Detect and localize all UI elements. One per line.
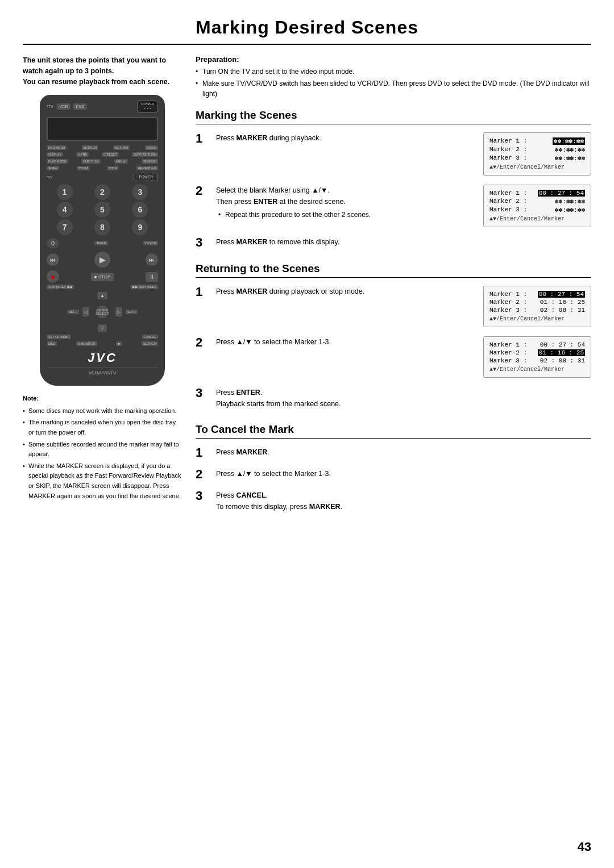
num-9-btn[interactable]: 9: [132, 219, 148, 235]
display-btn[interactable]: DISPLAY: [47, 152, 63, 157]
num-0-btn[interactable]: 0: [47, 238, 59, 248]
r2-m3-value: 02 : 08 : 31: [540, 357, 585, 364]
marking-step-2: 2 Select the blank Marker using ▲/▼. The…: [196, 185, 591, 227]
note-item-1: Some discs may not work with the marking…: [23, 406, 182, 416]
m1-label: Marker 1 :: [489, 137, 527, 145]
c-step-num-2: 2: [196, 468, 207, 481]
r-step-1-content: Press MARKER during playback or stop mod…: [216, 286, 474, 297]
num-3-btn[interactable]: 3: [132, 184, 148, 200]
osd-btn[interactable]: OSD: [47, 341, 57, 346]
r1-m1-label: Marker 1 :: [489, 291, 527, 298]
r1-m3-value: 02 : 08 : 31: [540, 307, 585, 314]
return-btn[interactable]: RETURN: [113, 145, 130, 150]
skip-index-left[interactable]: SKIP INDEX ◀◀: [47, 285, 74, 289]
setup-menu-btn[interactable]: SET UP MENU: [47, 335, 71, 339]
tv-label-2: *TV: [47, 176, 52, 179]
btn-row-2: DISPLAY A.TRK C.RESET ZERO-RETURN: [47, 152, 158, 157]
sp-ep-btn[interactable]: SP/EP: [47, 166, 59, 170]
r1-m3-label: Marker 3 :: [489, 307, 527, 314]
rew-btn[interactable]: ⏮: [47, 253, 59, 266]
step-num-2: 2: [196, 185, 207, 197]
r1-m2-value: 01 : 16 : 25: [540, 299, 585, 306]
set-minus-btn[interactable]: SET –: [67, 310, 79, 314]
s2-m2-label: Marker 2 :: [489, 198, 527, 205]
tv-vcr-btn[interactable]: TV/VCR: [143, 241, 158, 245]
jvc-logo: JVC: [47, 350, 158, 365]
r1-marker-line-2: Marker 2 : 01 : 16 : 25: [489, 299, 585, 306]
num-5-btn[interactable]: 5 °: [94, 202, 110, 218]
search-btn[interactable]: SEARCH: [142, 159, 158, 164]
intro-line1: The unit stores the points that you want…: [23, 56, 166, 75]
stop-btn[interactable]: ■ STOP: [91, 273, 114, 281]
num-2-btn[interactable]: 2: [94, 184, 110, 200]
r-step-num-2: 2: [196, 336, 207, 349]
marker-line-1: Marker 1 : ✽✽:✽✽:✽✽: [489, 137, 585, 145]
set-plus-btn[interactable]: SET +: [126, 310, 138, 314]
btn-row-1: DVD MENU MARKER RETURN AUDIO: [47, 145, 158, 150]
skip-index-right[interactable]: ▶▶ SKIP INDEX: [131, 285, 158, 289]
zoom-btn[interactable]: ZOOM: [77, 166, 90, 170]
remote-screen: [47, 117, 158, 141]
tv-power-btn[interactable]: POWER: [134, 173, 158, 181]
play-mode-btn[interactable]: PLAY MODE: [47, 159, 68, 164]
dvd-menu-btn[interactable]: DVD MENU: [47, 145, 67, 150]
pause-btn[interactable]: ⏸: [146, 272, 158, 282]
m2-value: ✽✽:✽✽:✽✽: [555, 146, 585, 153]
cancel-btn[interactable]: CANCEL: [142, 335, 158, 339]
returning-title: Returning to the Scenes: [196, 262, 591, 278]
note-item-3: Some subtitles recorded around the marke…: [23, 440, 182, 460]
dvd-switch[interactable]: DVD: [73, 103, 87, 110]
m2-label: Marker 2 :: [489, 146, 527, 153]
title-btn[interactable]: TITLE: [107, 166, 119, 170]
prep-item-1: Turn ON the TV and set it to the video i…: [196, 66, 591, 77]
btn-row-4: SP/EP ZOOM TITLE REPEAT A-B: [47, 166, 158, 170]
dpad-left[interactable]: ◁: [82, 307, 89, 317]
play-btn[interactable]: ▶: [94, 252, 110, 268]
right-column: Preparation: Turn ON the TV and set it t…: [196, 55, 591, 521]
num-8-btn[interactable]: 8: [94, 219, 110, 235]
search-fwd-btn[interactable]: SEARCH: [142, 341, 158, 346]
a-monitor-btn[interactable]: A.MONITOR: [76, 341, 97, 346]
bottom-row-nums: 0 TIMER TV/VCR: [47, 238, 158, 248]
intro-text: The unit stores the points that you want…: [23, 55, 182, 87]
dpad-down[interactable]: ▽: [98, 324, 107, 332]
a-trk-btn[interactable]: A.TRK: [76, 152, 89, 157]
c-step-3-bold-marker: MARKER: [309, 503, 341, 511]
cancel-title: To Cancel the Mark: [196, 423, 591, 439]
num-4-btn[interactable]: 4: [57, 202, 73, 218]
subtitle-btn[interactable]: SUB TITLE: [81, 159, 101, 164]
num-6-btn[interactable]: 6: [132, 202, 148, 218]
dpad-area: SET – ▲ ▽ ◁ ▷ ENTER SELECT SET +: [47, 292, 158, 332]
marking-section: Marking the Scenes 1 Press MARKER during…: [196, 109, 591, 249]
angle-btn[interactable]: ANGLE: [114, 159, 128, 164]
note-item-2: The marking is canceled when you open th…: [23, 418, 182, 437]
play-fwd-btn[interactable]: ▶: [116, 341, 122, 346]
prep-title: Preparation:: [196, 55, 591, 64]
r2-m2-label: Marker 2 :: [489, 349, 527, 356]
rec-btn[interactable]: ●: [47, 270, 59, 283]
s2-m1-value: 00 : 27 : 54: [538, 190, 585, 197]
zero-return-btn[interactable]: ZERO-RETURN: [132, 152, 158, 157]
cancel-step-3: 3 Press CANCEL. To remove this display, …: [196, 490, 591, 512]
transport-row: ⏮ ▶ ⏭: [47, 252, 158, 268]
vcr-switch[interactable]: VCR: [57, 103, 71, 110]
step-num-3: 3: [196, 236, 207, 249]
m3-label: Marker 3 :: [489, 155, 527, 162]
r-step-1-screen: Marker 1 : 00 : 27 : 54 Marker 2 : 01 : …: [483, 286, 591, 327]
dpad-up[interactable]: ▲: [97, 292, 107, 299]
num-1-btn[interactable]: 1: [57, 184, 73, 200]
main-layout: The unit stores the points that you want…: [23, 55, 591, 521]
audio-btn[interactable]: AUDIO: [145, 145, 158, 150]
repeat-btn[interactable]: REPEAT A-B: [136, 166, 158, 170]
r2-m2-value: 01 : 16 : 25: [538, 349, 585, 356]
num-7-btn[interactable]: 7: [57, 219, 73, 235]
ff-btn[interactable]: ⏭: [146, 253, 158, 266]
timer-btn[interactable]: TIMER: [94, 241, 107, 245]
power-button[interactable]: POWER • • •: [137, 101, 158, 112]
dpad-right[interactable]: ▷: [115, 307, 122, 317]
c-step-1-content: Press MARKER.: [216, 446, 591, 458]
c-reset-btn[interactable]: C.RESET: [102, 152, 119, 157]
marker-btn[interactable]: MARKER: [82, 145, 99, 150]
r-step-3-content: Press ENTER. Playback starts from the ma…: [216, 387, 591, 410]
enter-select-btn[interactable]: ENTER SELECT: [96, 306, 109, 318]
